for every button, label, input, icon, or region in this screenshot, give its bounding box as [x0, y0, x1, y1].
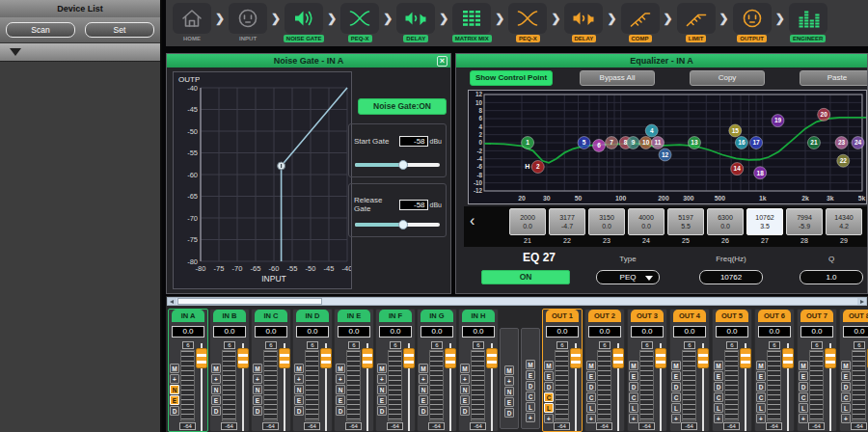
channel-gain-value[interactable]: 0.0	[296, 326, 329, 338]
channel-button-out-5-c[interactable]: C	[714, 392, 723, 402]
eq-point-13[interactable]: 13	[688, 137, 700, 149]
channel-button-in-f-m[interactable]: M	[377, 364, 387, 373]
master-button-m[interactable]: M	[526, 360, 535, 369]
eq-point-17[interactable]: 17	[750, 137, 763, 149]
band-cell-23[interactable]: 31500.0	[588, 208, 625, 235]
channel-button-in-g-m[interactable]: M	[419, 364, 428, 373]
channel-button-in-f-n[interactable]: N	[377, 385, 387, 394]
toolbar-item-engineer-11[interactable]: ENGINEER	[786, 3, 830, 42]
channel-button-out-7--[interactable]: +	[799, 414, 808, 423]
channel-button-in-f--[interactable]: +	[377, 374, 387, 384]
channel-button-out-2-e[interactable]: E	[586, 371, 596, 381]
channel-button-in-a--[interactable]: +	[170, 374, 179, 384]
noise-gate-graph[interactable]: -40-45-50-55-60-65-70-75-80-80-75-70-65-…	[173, 71, 352, 289]
toolbar-item-peq-x-3[interactable]: PEQ-X	[338, 3, 382, 42]
eq-point-7[interactable]: 7	[606, 137, 618, 149]
channel-button-out-1-e[interactable]: E	[544, 371, 554, 381]
channel-gain-value[interactable]: 0.0	[379, 326, 412, 338]
channel-button-out-7-d[interactable]: D	[799, 382, 808, 392]
master-button-e[interactable]: E	[504, 397, 514, 407]
channel-button-in-c-m[interactable]: M	[253, 364, 262, 373]
bypass-all-button[interactable]: Bypass All	[580, 70, 655, 86]
channel-button-out-2-c[interactable]: C	[586, 392, 596, 402]
master-button-m[interactable]: M	[504, 365, 514, 375]
channel-button-out-1-m[interactable]: M	[544, 361, 554, 370]
channel-strip-in-e[interactable]: IN E0.06-64M+NED	[334, 309, 374, 432]
toolbar-item-output-10[interactable]: OUTPUT	[730, 3, 774, 42]
channel-tab-out-7[interactable]: OUT 7	[800, 310, 833, 322]
channel-button-out-3-d[interactable]: D	[629, 382, 638, 392]
channel-button-out-1-c[interactable]: C	[544, 392, 554, 402]
eq-response-graph[interactable]: 121086420-2-4-6-8-10-1220305010020030050…	[468, 90, 867, 204]
channel-button-out-8-m[interactable]: M	[841, 361, 851, 370]
channel-button-in-h-d[interactable]: D	[460, 406, 470, 416]
channel-tab-out-3[interactable]: OUT 3	[631, 310, 664, 322]
eq-point-11[interactable]: 11	[651, 137, 664, 149]
channel-gain-value[interactable]: 0.0	[213, 326, 246, 338]
noise-gate-on-button[interactable]: Noise Gate:ON	[358, 98, 447, 115]
channel-strip-out-5[interactable]: OUT 50.06-64MEDCL+	[712, 309, 752, 432]
channel-strip-out-3[interactable]: OUT 30.06-64MEDCL+	[627, 309, 667, 432]
eq-point-19[interactable]: 19	[772, 115, 784, 127]
master-button-column-2[interactable]: MEDCL+	[521, 328, 540, 429]
channel-button-out-6-c[interactable]: C	[756, 392, 766, 402]
channel-gain-value[interactable]: 0.0	[673, 326, 706, 338]
channel-tab-in-g[interactable]: IN G	[420, 310, 453, 322]
channel-tab-in-h[interactable]: IN H	[462, 310, 495, 322]
band-cell-22[interactable]: 3177-4.7	[549, 208, 585, 235]
channel-button-out-1--[interactable]: +	[544, 414, 554, 423]
fader-handle[interactable]	[782, 348, 794, 368]
channel-button-in-e-d[interactable]: D	[336, 406, 345, 416]
channel-gain-value[interactable]: 0.0	[172, 326, 204, 338]
channel-tab-in-b[interactable]: IN B	[213, 310, 246, 322]
channel-tab-in-a[interactable]: IN A	[172, 310, 204, 322]
start-gate-value[interactable]: -58	[399, 136, 428, 147]
channel-button-out-6-e[interactable]: E	[756, 371, 766, 381]
channel-button-out-6-l[interactable]: L	[756, 403, 766, 413]
master-button--[interactable]: +	[526, 413, 535, 422]
channel-button-in-f-d[interactable]: D	[377, 406, 387, 416]
channel-button-out-3-m[interactable]: M	[629, 361, 638, 370]
toolbar-item-matrix-mix-5[interactable]: MATRIX MIX	[449, 3, 494, 42]
channel-button-in-h-e[interactable]: E	[460, 395, 470, 405]
fader-handle[interactable]	[655, 348, 666, 368]
channel-button-out-7-l[interactable]: L	[799, 403, 808, 413]
q-field[interactable]: 1.0	[800, 270, 863, 284]
fader-handle[interactable]	[740, 348, 751, 368]
channel-button-out-8-l[interactable]: L	[841, 403, 851, 413]
channel-button-out-7-e[interactable]: E	[799, 371, 808, 381]
channel-button-out-2--[interactable]: +	[586, 414, 596, 423]
channel-gain-value[interactable]: 0.0	[758, 326, 791, 338]
eq-point-15[interactable]: 15	[729, 124, 742, 137]
channel-button-in-c-d[interactable]: D	[253, 406, 262, 416]
channel-button-in-h-m[interactable]: M	[460, 364, 470, 373]
eq-point-16[interactable]: 16	[735, 137, 747, 149]
band-cell-26[interactable]: 63000.0	[707, 208, 744, 235]
channel-button-out-3-e[interactable]: E	[629, 371, 638, 381]
channel-tab-in-d[interactable]: IN D	[296, 310, 329, 322]
band-cell-25[interactable]: 51975.5	[667, 208, 704, 235]
fader-handle[interactable]	[570, 348, 582, 368]
channel-button-out-2-l[interactable]: L	[586, 403, 596, 413]
channel-gain-value[interactable]: 0.0	[800, 326, 833, 338]
channel-button-out-4-c[interactable]: C	[671, 392, 681, 402]
band-cell-21[interactable]: 20000.0	[509, 208, 546, 235]
channel-button-in-f-e[interactable]: E	[377, 395, 387, 405]
channel-tab-in-e[interactable]: IN E	[338, 310, 370, 322]
channel-button-out-5-m[interactable]: M	[714, 361, 723, 370]
channel-gain-value[interactable]: 0.0	[462, 326, 495, 338]
fader-handle[interactable]	[697, 348, 709, 368]
channel-button-out-2-m[interactable]: M	[586, 361, 596, 370]
channel-button-out-4--[interactable]: +	[671, 414, 681, 423]
slider-thumb[interactable]	[398, 220, 408, 230]
channel-button-out-5-l[interactable]: L	[714, 403, 723, 413]
toolbar-item-input-1[interactable]: INPUT	[226, 3, 270, 42]
channel-button-in-g--[interactable]: +	[419, 374, 428, 384]
channel-button-in-e--[interactable]: +	[336, 374, 345, 384]
channel-strip-in-h[interactable]: IN H0.06-64M+NED	[458, 309, 499, 432]
toolbar-item-delay-4[interactable]: DELAY	[393, 3, 438, 42]
band-cell-28[interactable]: 7994-5.9	[786, 208, 823, 235]
channel-button-out-4-e[interactable]: E	[671, 371, 681, 381]
master-button-c[interactable]: C	[526, 392, 535, 401]
fader-handle[interactable]	[196, 348, 207, 368]
